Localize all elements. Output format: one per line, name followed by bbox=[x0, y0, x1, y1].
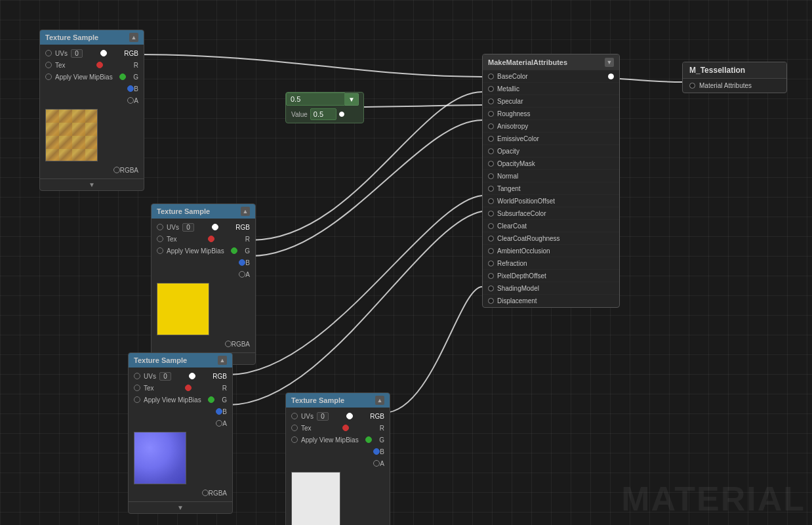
tex2-checkbox[interactable] bbox=[157, 236, 163, 242]
g4-pin-out[interactable] bbox=[365, 436, 372, 443]
ao-in-pin[interactable] bbox=[488, 248, 494, 254]
mip2-checkbox[interactable] bbox=[157, 247, 163, 254]
collapse-btn-3[interactable]: ▼ bbox=[177, 504, 184, 511]
metallic-in-pin[interactable] bbox=[488, 86, 494, 92]
r4-pin-out[interactable] bbox=[342, 425, 349, 431]
emissive-in-pin[interactable] bbox=[488, 136, 494, 142]
wpo-in-pin[interactable] bbox=[488, 198, 494, 204]
pixeldepth-in-pin[interactable] bbox=[488, 273, 494, 279]
rgb4-pin-out[interactable] bbox=[346, 413, 353, 419]
b2-pin-out[interactable] bbox=[239, 259, 245, 266]
mip4-checkbox[interactable] bbox=[291, 436, 298, 443]
anisotropy-in-pin[interactable] bbox=[488, 123, 494, 129]
a2-pin-out[interactable] bbox=[239, 271, 245, 278]
tex2-label: Tex bbox=[167, 236, 177, 243]
make-row-emissive: EmissiveColor bbox=[483, 133, 619, 145]
scalar-dropdown[interactable]: 0.5 bbox=[286, 93, 345, 106]
texture-node-3-b-row: B bbox=[129, 406, 232, 417]
shading-in-pin[interactable] bbox=[488, 285, 494, 291]
b2-label-out: B bbox=[245, 259, 250, 266]
uvs4-checkbox[interactable] bbox=[291, 413, 298, 419]
ao-label: AmbientOcclusion bbox=[497, 247, 550, 255]
tangent-in-pin[interactable] bbox=[488, 186, 494, 192]
uvs2-checkbox[interactable] bbox=[157, 224, 163, 230]
make-row-ao: AmbientOcclusion bbox=[483, 245, 619, 257]
texture-node-1-header[interactable]: Texture Sample ▲ bbox=[40, 30, 144, 45]
b4-pin-out[interactable] bbox=[373, 448, 380, 455]
make-row-subsurface: SubsurfaceColor bbox=[483, 207, 619, 220]
make-row-wpo: WorldPositionOffset bbox=[483, 195, 619, 207]
uvs-checkbox[interactable] bbox=[45, 50, 52, 56]
texture-node-2-header[interactable]: Texture Sample ▲ bbox=[152, 204, 255, 219]
b4-label-out: B bbox=[380, 448, 384, 455]
mip-checkbox[interactable] bbox=[45, 74, 52, 80]
collapse-btn-1[interactable]: ▼ bbox=[89, 181, 95, 188]
texture-node-1-b-row: B bbox=[40, 83, 144, 94]
texture-node-4-tex-row: Tex R bbox=[286, 422, 390, 434]
rgba2-pin-out[interactable] bbox=[225, 341, 232, 347]
texture-node-2-mip-row: Apply View MipBias G bbox=[152, 245, 255, 257]
g-pin-out[interactable] bbox=[119, 74, 126, 80]
clearcoat-in-pin[interactable] bbox=[488, 223, 494, 229]
uvs3-checkbox[interactable] bbox=[134, 373, 140, 379]
tex-checkbox[interactable] bbox=[45, 62, 52, 68]
texture-node-1-up[interactable]: ▲ bbox=[129, 33, 138, 42]
g2-label-out: G bbox=[245, 247, 250, 255]
make-row-basecolor: BaseColor bbox=[483, 70, 619, 83]
output-label: Material Attributes bbox=[699, 82, 752, 89]
basecolor-in-pin[interactable] bbox=[488, 74, 494, 79]
rgb3-pin-out[interactable] bbox=[189, 373, 195, 379]
texture-node-4-up[interactable]: ▲ bbox=[375, 396, 384, 405]
a3-pin-out[interactable] bbox=[216, 420, 222, 427]
g3-pin-out[interactable] bbox=[208, 396, 214, 403]
a-pin-out[interactable] bbox=[127, 97, 134, 104]
make-material-expand[interactable]: ▼ bbox=[605, 58, 614, 67]
make-material-header[interactable]: MakeMaterialAttributes ▼ bbox=[483, 54, 619, 70]
texture-node-1-tex-row: Tex R bbox=[40, 59, 144, 71]
texture-node-4-header[interactable]: Texture Sample ▲ bbox=[286, 393, 390, 408]
texture-node-3-up[interactable]: ▲ bbox=[218, 356, 227, 365]
displacement-label: Displacement bbox=[497, 297, 537, 304]
scalar-node: 0.5 ▼ Value bbox=[285, 92, 364, 123]
uvs3-value: 0 bbox=[159, 372, 171, 381]
refraction-in-pin[interactable] bbox=[488, 261, 494, 266]
r3-pin-out[interactable] bbox=[185, 385, 192, 391]
tex3-checkbox[interactable] bbox=[134, 385, 140, 391]
scalar-dropdown-btn[interactable]: ▼ bbox=[345, 93, 359, 106]
rgb-pin-out[interactable] bbox=[100, 50, 107, 56]
opacity-in-pin[interactable] bbox=[488, 148, 494, 154]
texture-node-4: Texture Sample ▲ UVs 0 RGB Tex R bbox=[285, 392, 390, 525]
clearcoatroughness-in-pin[interactable] bbox=[488, 236, 494, 242]
g2-pin-out[interactable] bbox=[231, 247, 237, 254]
opacitymask-in-pin[interactable] bbox=[488, 161, 494, 167]
rgb2-pin-out[interactable] bbox=[212, 224, 218, 230]
texture-node-3-header[interactable]: Texture Sample ▲ bbox=[129, 353, 232, 368]
make-row-refraction: Refraction bbox=[483, 257, 619, 270]
rgb3-label-out: RGB bbox=[213, 373, 227, 380]
scalar-value-input[interactable] bbox=[310, 108, 336, 120]
mip3-checkbox[interactable] bbox=[134, 396, 140, 403]
texture-node-3-title: Texture Sample bbox=[134, 356, 187, 364]
b-pin-out[interactable] bbox=[127, 85, 134, 92]
a2-label-out: A bbox=[245, 271, 250, 278]
subsurface-in-pin[interactable] bbox=[488, 211, 494, 217]
texture-node-2-up[interactable]: ▲ bbox=[241, 207, 250, 216]
output-in-pin[interactable] bbox=[689, 83, 695, 89]
roughness-label: Roughness bbox=[497, 110, 531, 117]
normal-in-pin[interactable] bbox=[488, 173, 494, 179]
r2-pin-out[interactable] bbox=[208, 236, 214, 242]
rgba3-pin-out[interactable] bbox=[202, 490, 209, 496]
texture-node-4-uvs-row: UVs 0 RGB bbox=[286, 410, 390, 422]
a4-pin-out[interactable] bbox=[373, 460, 380, 467]
b3-pin-out[interactable] bbox=[216, 408, 222, 415]
make-row-displacement: Displacement bbox=[483, 295, 619, 307]
scalar-output-pin[interactable] bbox=[339, 112, 344, 117]
roughness-in-pin[interactable] bbox=[488, 111, 494, 117]
rgba-pin-out[interactable] bbox=[113, 167, 120, 173]
basecolor-out-pin[interactable] bbox=[608, 74, 614, 79]
value-label: Value bbox=[291, 111, 308, 118]
tex4-checkbox[interactable] bbox=[291, 425, 298, 431]
specular-in-pin[interactable] bbox=[488, 98, 494, 104]
r-pin-out[interactable] bbox=[96, 62, 103, 68]
displacement-in-pin[interactable] bbox=[488, 298, 494, 304]
